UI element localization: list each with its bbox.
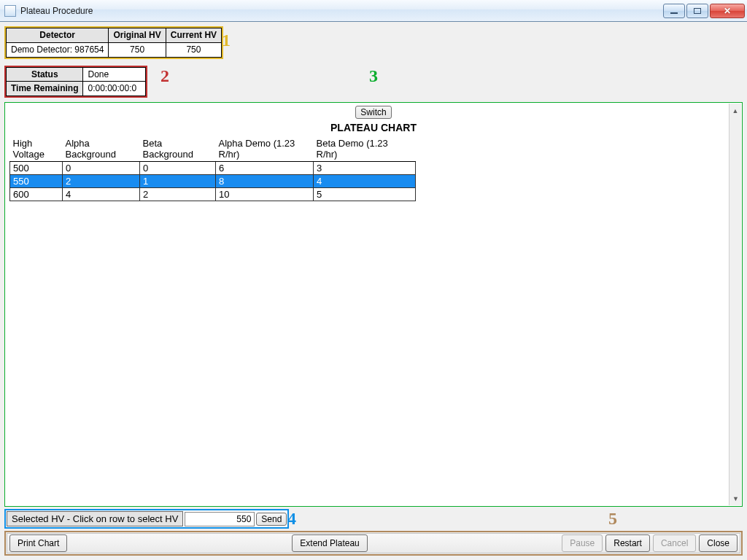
close-button[interactable]: Close — [699, 534, 738, 552]
current-hv-cell: 750 — [166, 42, 221, 57]
vertical-scrollbar[interactable]: ▲ ▼ — [729, 104, 741, 505]
maximize-button[interactable] — [686, 4, 708, 18]
title-bar: Plateau Procedure ✕ — [0, 0, 747, 22]
original-hv-header: Original HV — [109, 28, 166, 43]
cell-bb[interactable]: 1 — [140, 175, 216, 188]
cell-hv[interactable]: 500 — [10, 162, 63, 175]
cell-ad[interactable]: 10 — [216, 188, 314, 201]
status-box: Status Done Time Remaining 0:00:00:00:0 — [4, 66, 147, 98]
send-button[interactable]: Send — [256, 513, 287, 526]
col-high-voltage[interactable]: High Voltage — [10, 136, 63, 162]
cell-hv[interactable]: 550 — [10, 175, 63, 188]
table-row[interactable]: 550 2 1 8 4 — [10, 175, 416, 188]
detector-cell: Demo Detector: 987654 — [7, 42, 109, 57]
selected-hv-label: Selected HV - Click on row to select HV — [7, 511, 183, 526]
detector-header: Detector — [7, 28, 109, 43]
button-bar: Print Chart Extend Plateau Pause Restart… — [7, 533, 740, 553]
switch-button[interactable]: Switch — [355, 106, 391, 119]
original-hv-cell: 750 — [109, 42, 166, 57]
callout-3: 3 — [369, 66, 378, 86]
col-alpha-background[interactable]: Alpha Background — [63, 136, 140, 162]
col-beta-background[interactable]: Beta Background — [140, 136, 216, 162]
window-controls: ✕ — [662, 4, 746, 18]
time-remaining-header: Time Remaining — [7, 82, 83, 96]
selected-hv-input[interactable] — [185, 512, 255, 526]
cancel-button[interactable]: Cancel — [653, 534, 696, 552]
restart-button[interactable]: Restart — [605, 534, 650, 552]
pause-button[interactable]: Pause — [562, 534, 603, 552]
print-chart-button[interactable]: Print Chart — [9, 534, 67, 552]
cell-ad[interactable]: 6 — [216, 162, 314, 175]
status-value: Done — [83, 67, 146, 82]
plateau-chart-panel: Switch PLATEAU CHART High Voltage Alpha … — [4, 102, 743, 507]
cell-ab[interactable]: 0 — [63, 162, 140, 175]
table-row[interactable]: 600 4 2 10 5 — [10, 188, 416, 201]
chart-title: PLATEAU CHART — [9, 122, 738, 133]
selected-hv-panel: Selected HV - Click on row to select HV … — [4, 509, 289, 529]
cell-ab[interactable]: 4 — [63, 188, 140, 201]
cell-ad[interactable]: 8 — [216, 175, 314, 188]
detector-info-box: Detector Original HV Current HV Demo Det… — [4, 26, 223, 59]
extend-plateau-button[interactable]: Extend Plateau — [292, 534, 367, 552]
col-beta-demo[interactable]: Beta Demo (1.23 R/hr) — [314, 136, 416, 162]
cell-bd[interactable]: 4 — [314, 175, 416, 188]
status-header: Status — [7, 67, 83, 82]
minimize-button[interactable] — [663, 4, 685, 18]
cell-bb[interactable]: 2 — [140, 188, 216, 201]
callout-5: 5 — [608, 509, 617, 529]
cell-bb[interactable]: 0 — [140, 162, 216, 175]
table-row[interactable]: 500 0 0 6 3 — [10, 162, 416, 175]
button-bar-outline: Print Chart Extend Plateau Pause Restart… — [4, 531, 743, 556]
col-alpha-demo[interactable]: Alpha Demo (1.23 R/hr) — [216, 136, 314, 162]
cell-bd[interactable]: 3 — [314, 162, 416, 175]
callout-2: 2 — [160, 66, 169, 86]
cell-ab[interactable]: 2 — [63, 175, 140, 188]
app-icon — [4, 5, 16, 17]
scroll-down-icon[interactable]: ▼ — [730, 492, 741, 505]
time-remaining-value: 0:00:00:00:0 — [83, 82, 146, 96]
plateau-data-table[interactable]: High Voltage Alpha Background Beta Backg… — [9, 136, 416, 201]
cell-hv[interactable]: 600 — [10, 188, 63, 201]
current-hv-header: Current HV — [166, 28, 221, 43]
close-window-button[interactable]: ✕ — [710, 4, 745, 18]
window-title: Plateau Procedure — [20, 6, 93, 16]
scroll-up-icon[interactable]: ▲ — [730, 104, 741, 117]
cell-bd[interactable]: 5 — [314, 188, 416, 201]
